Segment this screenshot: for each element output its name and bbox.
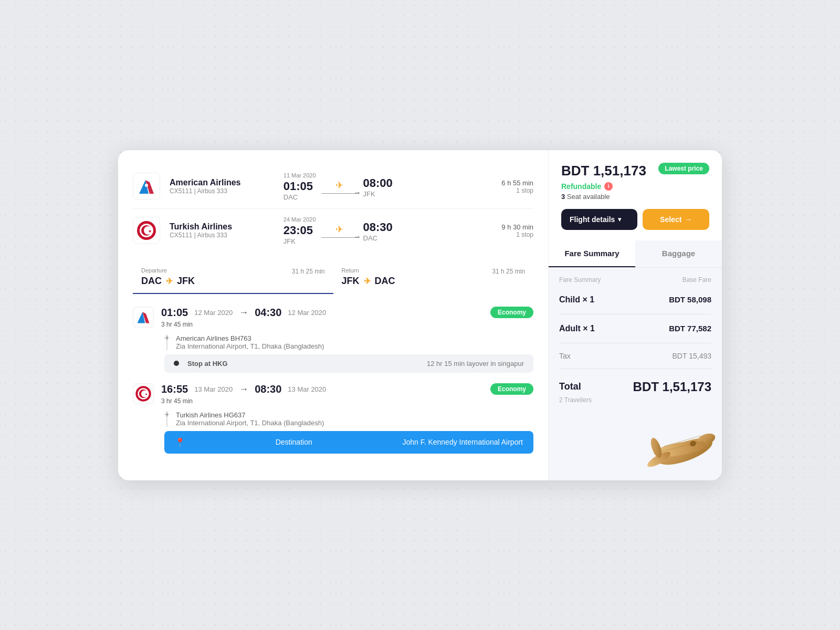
detail-depart-date-1: 12 Mar 2020: [194, 309, 233, 317]
baggage-tab-label: Baggage: [662, 249, 695, 258]
detail-time-row-2: 16:55 13 Mar 2020 → 08:30 13 Mar 2020 Ec…: [161, 383, 533, 395]
departure-arrow-icon: ✈: [166, 276, 173, 286]
plane-timeline-icon-1: ✈: [164, 334, 170, 342]
departure-duration: 31 h 25 min: [292, 268, 325, 275]
airport-2: Zia International Airport, T1, Dhaka (Ba…: [176, 419, 533, 427]
detail-duration-2: 3 hr 45 min: [161, 397, 533, 405]
detail-depart-time-1: 01:05: [161, 307, 188, 319]
stopover-dot: [174, 361, 179, 366]
fare-header-row: Fare Summary Base Fare: [559, 276, 711, 284]
tab-return-label: Return: [342, 267, 359, 274]
tab-departure[interactable]: Departure 31 h 25 min DAC ✈ JFK: [133, 261, 333, 294]
departure-time-1: 01:05: [284, 180, 313, 193]
fare-item-adult: Adult × 1 BDT 77,582: [559, 319, 711, 339]
detail-row-2: ★ 16:55 13 Mar 2020 → 08:30 13 Mar 2020 …: [133, 377, 533, 411]
arrow-right-icon: →: [685, 215, 692, 224]
total-amount: BDT 1,51,173: [633, 380, 711, 394]
duration-block-2: 9 h 30 min 1 stop: [501, 223, 533, 238]
detail-content-2: 16:55 13 Mar 2020 → 08:30 13 Mar 2020 Ec…: [161, 383, 533, 405]
fare-item-child: Child × 1 BDT 58,098: [559, 290, 711, 310]
arrival-airport-1: JFK: [363, 190, 393, 198]
airline-logo-turkish: ★: [133, 217, 160, 244]
fare-divider-3: [559, 369, 711, 369]
departure-to: JFK: [177, 276, 195, 287]
flight-details-button[interactable]: Flight details ▾: [561, 209, 637, 230]
child-label: Child × 1: [559, 295, 594, 304]
action-buttons: Flight details ▾ Select →: [561, 209, 709, 230]
economy-badge-1: Economy: [490, 307, 533, 318]
destination-badge: 📍 Destination John F. Kennedy Internatio…: [164, 431, 533, 454]
flight-info-1: American Airlines CX5111 | Airbus 333: [170, 178, 274, 195]
departure-from: DAC: [141, 276, 162, 287]
tax-value: BDT 15,493: [673, 352, 711, 360]
svg-point-3: [145, 184, 148, 187]
base-fare-col-header: Base Fare: [682, 276, 711, 284]
main-card: American Airlines CX5111 | Airbus 333 11…: [118, 150, 722, 480]
tab-departure-label: Departure: [141, 267, 167, 274]
return-to: DAC: [375, 276, 395, 287]
tab-fare-summary[interactable]: Fare Summary: [549, 240, 635, 267]
detail-row-1: 01:05 12 Mar 2020 → 04:30 12 Mar 2020 Ec…: [133, 300, 533, 334]
flight-detail-section: 01:05 12 Mar 2020 → 04:30 12 Mar 2020 Ec…: [133, 300, 533, 454]
total-label: Total: [559, 381, 581, 392]
detail-arrive-time-1: 04:30: [255, 307, 281, 319]
departure-date-1: 11 Mar 2020: [284, 172, 316, 178]
flight-info-2: Turkish Airlines CX5111 | Airbus 333: [170, 222, 274, 239]
flight-row-1: American Airlines CX5111 | Airbus 333 11…: [133, 165, 533, 208]
fare-tab-label: Fare Summary: [564, 249, 619, 258]
departure-time-2: 23:05: [284, 224, 316, 237]
tab-baggage[interactable]: Baggage: [635, 240, 722, 267]
select-button[interactable]: Select →: [643, 209, 709, 230]
plane-icon-2: ✈: [335, 224, 343, 235]
timeline-2: ✈ Turkish Airlines HG637 Zia Internation…: [133, 411, 533, 427]
duration-2: 9 h 30 min: [501, 223, 533, 231]
route-tabs: Departure 31 h 25 min DAC ✈ JFK Return 3…: [133, 261, 533, 294]
departure-date-2: 24 Mar 2020: [284, 216, 316, 223]
flight-name-1: American Airlines BH763: [176, 334, 533, 342]
tax-label: Tax: [559, 352, 571, 360]
adult-label: Adult × 1: [559, 324, 595, 333]
left-panel: American Airlines CX5111 | Airbus 333 11…: [118, 150, 549, 480]
flight-time-2: 24 Mar 2020 23:05 JFK ✈ → 08:30 DAC: [284, 216, 492, 245]
airline-logo-american: [133, 173, 160, 200]
timeline-1: ✈ American Airlines BH763 Zia Internatio…: [133, 334, 533, 350]
tax-row: Tax BDT 15,493: [559, 348, 711, 364]
flight-code-2: CX5111 | Airbus 333: [170, 232, 274, 239]
select-label: Select: [660, 215, 681, 224]
svg-text:★: ★: [148, 229, 152, 234]
return-route: JFK ✈ DAC: [342, 276, 526, 287]
arrival-time-2: 08:30: [363, 220, 393, 234]
stopover-container: Stop at HKG 12 hr 15 min layover in sing…: [133, 354, 533, 373]
tab-return[interactable]: Return 31 h 25 min JFK ✈ DAC: [333, 261, 534, 294]
stopover-location: Stop at HKG: [187, 360, 228, 368]
fare-content: Fare Summary Base Fare Child × 1 BDT 58,…: [549, 268, 722, 480]
right-panel: BDT 1,51,173 Lawest price Refundable i 3…: [549, 150, 722, 480]
return-arrow-icon: ✈: [364, 276, 371, 286]
detail-logo-2: ★: [133, 383, 154, 404]
svg-text:★: ★: [145, 393, 148, 396]
airline-name-1: American Airlines: [170, 178, 274, 187]
detail-arrow-1: →: [239, 307, 248, 318]
economy-badge-2: Economy: [490, 383, 533, 395]
refundable-text: Refundable: [561, 182, 601, 191]
fare-col-header: Fare Summary: [559, 276, 601, 284]
destination-container: 📍 Destination John F. Kennedy Internatio…: [133, 431, 533, 454]
price-section: BDT 1,51,173 Lawest price Refundable i 3…: [549, 150, 722, 240]
airport-1: Zia International Airport, T1, Dhaka (Ba…: [176, 342, 533, 350]
fare-tabs: Fare Summary Baggage: [549, 240, 722, 268]
fare-section: Fare Summary Baggage Fare Summary Base F…: [549, 240, 722, 480]
return-from: JFK: [342, 276, 360, 287]
detail-arrow-2: →: [239, 384, 248, 395]
flight-code-1: CX5111 | Airbus 333: [170, 187, 274, 195]
fare-divider-1: [559, 314, 711, 314]
airline-name-2: Turkish Airlines: [170, 222, 274, 232]
detail-content-1: 01:05 12 Mar 2020 → 04:30 12 Mar 2020 Ec…: [161, 307, 533, 328]
details-label: Flight details: [570, 215, 615, 224]
layover-text: 12 hr 15 min layover in singapur: [427, 360, 524, 368]
departure-airport-2: JFK: [284, 237, 316, 245]
travellers-text: 2 Travellers: [559, 396, 711, 404]
flight-time-1: 11 Mar 2020 01:05 DAC ✈ → 08:00 JFK: [284, 172, 492, 201]
seats-available: 3 Seat available: [561, 193, 709, 201]
detail-arrive-date-1: 12 Mar 2020: [288, 309, 326, 317]
departure-route: DAC ✈ JFK: [141, 276, 325, 287]
